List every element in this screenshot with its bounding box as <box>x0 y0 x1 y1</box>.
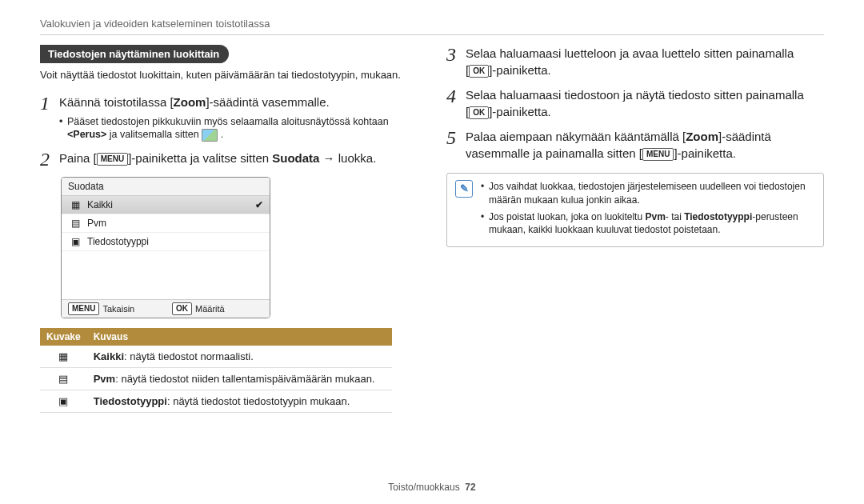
table-row: ▣ Tiedostotyyppi: näytä tiedostot tiedos… <box>40 390 392 413</box>
step-number-2: 2 <box>40 150 59 169</box>
step-number-4: 4 <box>446 86 466 120</box>
menu-key-icon: MENU <box>97 153 128 166</box>
step-5: 5 Palaa aiempaan näkymään kääntämällä [Z… <box>446 128 824 162</box>
icon-table: Kuvake Kuvaus ▦ Kaikki: näytä tiedostot … <box>40 328 392 413</box>
note-box: ✎ Jos vaihdat luokkaa, tiedostojen järje… <box>446 173 824 247</box>
table-header-icon: Kuvake <box>40 328 87 346</box>
step-number-5: 5 <box>446 128 466 162</box>
step-3: 3 Selaa haluamaasi luetteloon ja avaa lu… <box>446 45 824 78</box>
menu-item-filetype[interactable]: ▣ Tiedostotyyppi <box>62 233 270 251</box>
step-1: 1 Käännä toistotilassa [Zoom]-säädintä v… <box>40 94 418 142</box>
left-column: Tiedostojen näyttäminen luokittain Voit … <box>40 45 418 413</box>
page-footer: Toisto/muokkaus 72 <box>0 482 864 493</box>
menu-title: Suodata <box>62 178 270 196</box>
menu-preview: Suodata ▦ Kaikki ✔ ▤ Pvm ▣ Tiedostotyypp… <box>61 177 270 318</box>
menu-key-icon: MENU <box>68 302 99 315</box>
menu-footer: MENU Takaisin OK Määritä <box>62 299 270 318</box>
filetype-icon: ▣ <box>58 395 68 407</box>
table-header-desc: Kuvaus <box>87 328 392 346</box>
filetype-icon: ▣ <box>68 236 82 247</box>
ok-key-icon: OK <box>172 302 192 315</box>
step-number-3: 3 <box>446 45 466 78</box>
table-row: ▤ Pvm: näytä tiedostot niiden tallentami… <box>40 368 392 390</box>
note-icon: ✎ <box>455 180 473 198</box>
note-item: Jos vaihdat luokkaa, tiedostojen järjest… <box>481 180 815 207</box>
ok-key-icon: OK <box>469 106 489 119</box>
note-item: Jos poistat luokan, joka on luokiteltu P… <box>481 210 815 238</box>
right-column: 3 Selaa haluamaasi luetteloon ja avaa lu… <box>446 45 824 413</box>
ok-key-icon: OK <box>469 65 489 78</box>
thumbnail-icon <box>202 129 218 142</box>
all-icon: ▦ <box>68 199 82 210</box>
menu-item-date[interactable]: ▤ Pvm <box>62 214 270 233</box>
page-header: Valokuvien ja videoiden katseleminen toi… <box>40 18 824 35</box>
all-icon: ▦ <box>58 350 68 362</box>
step-2: 2 Paina [MENU]-painiketta ja valitse sit… <box>40 150 418 169</box>
menu-key-icon: MENU <box>642 148 674 161</box>
section-title: Tiedostojen näyttäminen luokittain <box>40 45 229 63</box>
step-4: 4 Selaa haluamaasi tiedostoon ja näytä t… <box>446 86 824 120</box>
table-row: ▦ Kaikki: näytä tiedostot normaalisti. <box>40 346 392 368</box>
calendar-icon: ▤ <box>58 373 68 385</box>
menu-item-all[interactable]: ▦ Kaikki ✔ <box>62 196 270 214</box>
step-number-1: 1 <box>40 94 59 142</box>
check-icon: ✔ <box>255 199 263 210</box>
step-1-sub: Pääset tiedostojen pikkukuviin myös sela… <box>59 115 418 142</box>
calendar-icon: ▤ <box>68 218 82 229</box>
intro-text: Voit näyttää tiedostot luokittain, kuten… <box>40 68 418 82</box>
